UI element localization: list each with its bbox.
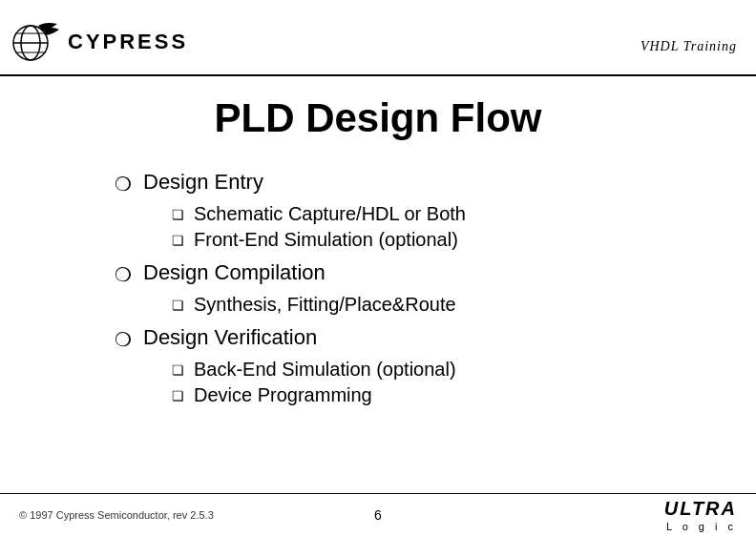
bullet-l1-label: Design Entry [143,170,263,195]
slide: CYPRESS VHDL Training PLD Design Flow ❍ … [0,0,756,536]
l2-square-icon-5: ❏ [172,388,184,403]
bullet-l1-compilation-label: Design Compilation [143,260,326,285]
bullet-l2-synthesis: ❏ Synthesis, Fitting/Place&Route [172,294,699,316]
page-number: 6 [374,507,382,523]
bullet-l2-frontend: ❏ Front-End Simulation (optional) [172,229,699,251]
bullet-l1-design-verification: ❍ Design Verification [115,325,699,351]
training-label: VHDL Training [640,30,737,54]
logo-area: CYPRESS [10,16,188,69]
l1-circle-icon-3: ❍ [115,328,132,351]
bullet-l2-device: ❏ Device Programming [172,384,699,406]
bullet-group-design-entry: ❍ Design Entry ❏ Schematic Capture/HDL o… [115,170,699,251]
bullet-group-design-verification: ❍ Design Verification ❏ Back-End Simulat… [115,325,699,406]
bullet-l2-label-2: Front-End Simulation (optional) [194,229,458,251]
logo-text: CYPRESS [68,30,188,54]
ultra-text: ULTRA [664,498,737,520]
bullet-l2-backend-label: Back-End Simulation (optional) [194,359,456,381]
bullet-group-design-compilation: ❍ Design Compilation ❏ Synthesis, Fittin… [115,260,699,316]
bullet-l2-schematic: ❏ Schematic Capture/HDL or Both [172,203,699,225]
l1-circle-icon: ❍ [115,173,132,196]
content-area: ❍ Design Entry ❏ Schematic Capture/HDL o… [0,170,756,406]
bullet-l2-device-label: Device Programming [194,384,372,406]
l1-circle-icon-2: ❍ [115,263,132,286]
page-title: PLD Design Flow [0,95,756,141]
header: CYPRESS VHDL Training [0,0,756,76]
footer: © 1997 Cypress Semiconductor, rev 2.5.3 … [0,493,756,536]
header-divider [0,74,756,76]
l2-square-icon: ❏ [172,207,184,222]
bullet-l2-backend: ❏ Back-End Simulation (optional) [172,359,699,381]
logic-text: L o g i c [666,521,737,532]
bullet-l2-label: Schematic Capture/HDL or Both [194,203,466,225]
cypress-logo-icon [10,16,62,69]
bullet-l1-verification-label: Design Verification [143,325,317,350]
bullet-l1-design-compilation: ❍ Design Compilation [115,260,699,286]
ultra-logic-logo: ULTRA L o g i c [664,498,737,532]
copyright-text: © 1997 Cypress Semiconductor, rev 2.5.3 [19,509,214,521]
bullet-l1-design-entry: ❍ Design Entry [115,170,699,196]
l2-square-icon-3: ❏ [172,298,184,313]
bullet-l2-synthesis-label: Synthesis, Fitting/Place&Route [194,294,456,316]
l2-square-icon-4: ❏ [172,362,184,378]
l2-square-icon-2: ❏ [172,233,184,248]
